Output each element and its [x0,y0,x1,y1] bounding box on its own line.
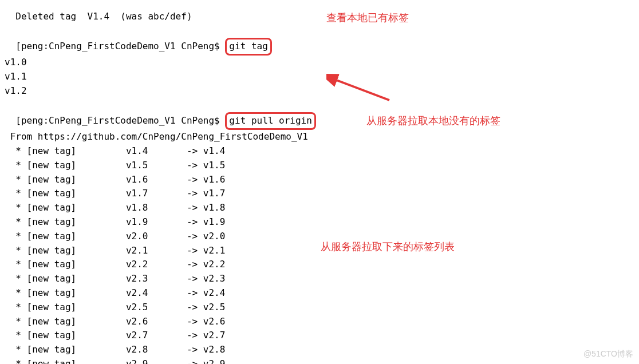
arrow-symbol: -> [187,245,198,256]
tag-remote: v2.5 [198,302,225,312]
tag-local: v2.4 [126,287,148,298]
terminal-line: [peng:CnPeng_FirstCodeDemo_V1 CnPeng$ gi… [5,24,634,56]
terminal-line: * [new tag] v2.3 -> v2.3 [5,272,634,286]
terminal-line: * [new tag] v2.0 -> v2.0 [5,230,634,244]
tag-local: v2.5 [126,302,148,312]
annotation-1: 查看本地已有标签 [326,10,409,26]
prompt-path: CnPeng_FirstCodeDemo_V1 [49,115,176,126]
prompt-open-bracket: [ [15,41,21,52]
tag-text: v1.0 [5,57,27,68]
star-bullet: * [5,330,27,341]
from-url: From https://github.com/CnPeng/CnPeng_Fi… [10,131,308,142]
tag-remote: v1.6 [198,174,225,185]
terminal-line: * [new tag] v2.6 -> v2.6 [5,315,634,329]
new-tag-label: [new tag] [27,330,77,341]
highlighted-command-2: git pull origin [225,112,316,130]
star-bullet: * [5,259,27,270]
tag-local: v2.2 [126,259,148,270]
terminal-line: * [new tag] v1.8 -> v1.8 [5,201,634,215]
new-tag-label: [new tag] [27,160,77,171]
tag-local: v2.7 [126,330,148,341]
tag-text: v1.1 [5,71,27,82]
command-text: git tag [229,41,267,52]
terminal-line: * [new tag] v1.7 -> v1.7 [5,187,634,201]
new-tag-label: [new tag] [27,358,77,364]
tag-remote: v2.7 [198,330,225,341]
new-tag-label: [new tag] [27,287,77,298]
arrow-symbol: -> [187,273,198,284]
svg-line-1 [335,80,389,100]
arrow-symbol: -> [187,188,198,199]
arrow-symbol: -> [187,259,198,270]
tag-local: v2.9 [126,358,148,364]
prompt-user: peng [21,41,44,52]
star-bullet: * [5,287,27,298]
annotation-2: 从服务器拉取本地没有的标签 [366,113,500,129]
terminal-line: * [new tag] v2.8 -> v2.8 [5,343,634,357]
terminal-line: * [new tag] v1.6 -> v1.6 [5,173,634,187]
new-tag-label: [new tag] [27,188,77,199]
tag-local: v1.4 [126,145,148,156]
prompt-user: peng [21,115,44,126]
prompt-name: CnPeng [181,115,214,126]
output-text: Deleted tag V1.4 (was abc/def) [15,11,192,22]
star-bullet: * [5,202,27,213]
tag-local: v1.5 [126,160,148,171]
tag-remote: v2.9 [198,358,225,364]
tag-local: v1.6 [126,174,148,185]
star-bullet: * [5,344,27,355]
tag-remote: v1.7 [198,188,225,199]
arrow-symbol: -> [187,174,198,185]
arrow-symbol: -> [187,302,198,312]
tag-local: v2.1 [126,245,148,256]
prompt-dollar: $ [214,41,220,52]
new-tag-label: [new tag] [27,302,77,312]
watermark: @51CTO博客 [583,348,633,361]
terminal-line: v1.1 [5,70,634,84]
terminal-line: * [new tag] v1.4 -> v1.4 [5,144,634,159]
prompt-open-bracket: [ [15,115,21,126]
tag-local: v2.0 [126,231,148,242]
new-tag-label: [new tag] [27,202,77,213]
new-tag-label: [new tag] [27,174,77,185]
arrow-symbol: -> [187,202,198,213]
terminal-line: * [new tag] v2.4 -> v2.4 [5,286,634,300]
arrow-symbol: -> [187,344,198,355]
new-tag-label: [new tag] [27,316,77,327]
arrow-symbol: -> [187,316,198,327]
terminal-line: * [new tag] v1.5 -> v1.5 [5,159,634,173]
terminal-line: v1.2 [5,84,634,98]
prompt-dollar: $ [214,115,220,126]
terminal-line: From https://github.com/CnPeng/CnPeng_Fi… [5,130,634,144]
arrow-symbol: -> [187,216,198,227]
terminal-line: * [new tag] v1.9 -> v1.9 [5,215,634,230]
star-bullet: * [5,358,27,364]
star-bullet: * [5,245,27,256]
tag-text: v1.2 [5,85,27,96]
tag-local: v2.3 [126,273,148,284]
star-bullet: * [5,174,27,185]
new-tag-label: [new tag] [27,273,77,284]
star-bullet: * [5,302,27,312]
tag-remote: v2.3 [198,273,225,284]
new-tag-label: [new tag] [27,344,77,355]
tag-remote: v2.1 [198,245,225,256]
star-bullet: * [5,273,27,284]
terminal-line: * [new tag] v2.5 -> v2.5 [5,300,634,315]
new-tag-label: [new tag] [27,231,77,242]
new-tag-label: [new tag] [27,145,77,156]
arrow-symbol: -> [187,287,198,298]
star-bullet: * [5,145,27,156]
highlighted-command-1: git tag [225,38,271,56]
star-bullet: * [5,231,27,242]
arrow-icon [326,72,395,106]
annotation-3: 从服务器拉取下来的标签列表 [321,239,455,255]
command-text: git pull origin [229,115,312,126]
arrow-symbol: -> [187,160,198,171]
prompt-path: CnPeng_FirstCodeDemo_V1 [49,41,176,52]
tag-remote: v1.9 [198,216,225,227]
arrow-symbol: -> [187,330,198,341]
tag-remote: v2.6 [198,316,225,327]
tag-local: v1.9 [126,216,148,227]
terminal-line: v1.0 [5,56,634,70]
